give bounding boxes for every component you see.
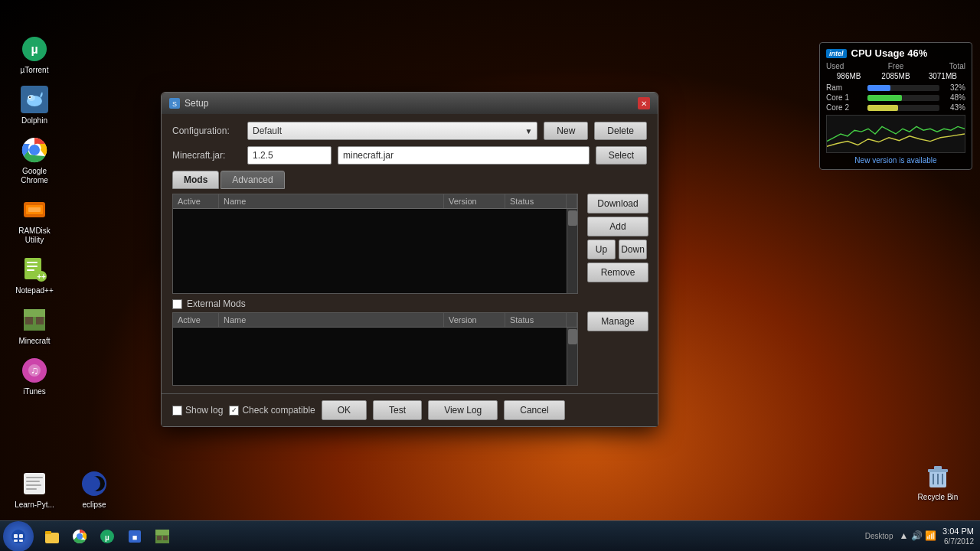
config-dropdown[interactable]: Default ▼ — [247, 122, 537, 140]
desktop-label: Desktop — [865, 532, 893, 540]
desktop-icon-notepadpp[interactable]: ++ Notepad++ — [8, 251, 61, 298]
svg-rect-46 — [19, 540, 23, 542]
intel-badge: intel — [826, 49, 847, 58]
mods-scrollbar[interactable] — [567, 209, 577, 293]
core1-bar-pct: 48% — [942, 93, 965, 102]
tab-advanced[interactable]: Advanced — [220, 171, 284, 189]
svg-point-33 — [85, 476, 100, 491]
update-link[interactable]: New version is available — [826, 156, 965, 165]
desktop-icon-itunes[interactable]: ♫ iTunes — [8, 352, 61, 399]
dolphin-label: Dolphin — [21, 116, 47, 126]
core2-bar-track — [867, 105, 939, 111]
cancel-button[interactable]: Cancel — [504, 400, 564, 420]
svg-text:µ: µ — [31, 43, 38, 56]
jar-version-value: 1.2.5 — [253, 150, 273, 161]
show-log-checkbox[interactable] — [172, 406, 182, 416]
desktop-icon-recycle-bin[interactable]: Recycle Bin — [911, 458, 965, 505]
taskbar: µ ■ Desktop ▲ 🔊 📶 — [0, 520, 980, 551]
total-val: 3071MB — [920, 72, 965, 80]
action-buttons: Download Add Up Down Remove Manage — [587, 194, 647, 331]
delete-button[interactable]: Delete — [594, 122, 647, 140]
th-name: Name — [219, 194, 444, 208]
up-button[interactable]: Up — [587, 240, 616, 259]
desktop-icon-dolphin[interactable]: Dolphin — [8, 81, 61, 129]
used-label: Used — [826, 62, 871, 70]
learnpython-icon — [19, 468, 50, 499]
tab-mods[interactable]: Mods — [172, 171, 219, 189]
check-compatible-row: ✓ Check compatible — [229, 405, 315, 416]
test-button[interactable]: Test — [373, 400, 422, 420]
desktop-icon-chrome[interactable]: Google Chrome — [8, 132, 61, 188]
new-button[interactable]: New — [544, 122, 588, 140]
taskbar-minecraft[interactable] — [150, 524, 175, 549]
core2-bar-fill — [867, 105, 898, 111]
ext-scrollbar[interactable] — [567, 328, 577, 385]
jar-file-value: minecraft.jar — [343, 150, 394, 161]
minecraft-label: Minecraft — [18, 337, 50, 346]
ext-table-body[interactable] — [173, 328, 577, 385]
th-status: Status — [505, 194, 567, 208]
svg-text:■: ■ — [132, 533, 138, 542]
svg-text:µ: µ — [105, 533, 109, 542]
recycle-bin-label: Recycle Bin — [918, 493, 959, 502]
eclipse-label: eclipse — [82, 500, 106, 510]
svg-rect-21 — [25, 317, 33, 324]
check-compatible-checkbox[interactable]: ✓ — [229, 406, 239, 416]
svg-rect-56 — [155, 530, 169, 535]
notepadpp-label: Notepad++ — [15, 286, 54, 295]
svg-rect-30 — [26, 488, 37, 490]
select-button[interactable]: Select — [596, 146, 647, 165]
file-explorer-icon — [44, 528, 60, 545]
taskbar-chrome[interactable] — [67, 524, 92, 549]
ext-mods-checkbox[interactable] — [172, 299, 182, 309]
system-tray-icons: ▲ 🔊 📶 — [899, 530, 936, 541]
used-val: 986MB — [826, 72, 871, 80]
desktop-icon-utorrent[interactable]: µ µTorrent — [8, 31, 61, 78]
up-down-row: Up Down — [587, 240, 647, 259]
free-label: Free — [873, 62, 918, 70]
start-button[interactable] — [3, 521, 34, 552]
desktop-icon-learnpython[interactable]: Learn-Pyt... — [8, 465, 61, 513]
jar-label: Minecraft.jar: — [172, 150, 241, 161]
ram-bar-label: Ram — [826, 83, 864, 92]
svg-text:♫: ♫ — [31, 364, 39, 377]
config-value: Default — [253, 126, 282, 136]
recycle-bin-icon — [923, 461, 953, 491]
mods-table-content — [173, 209, 577, 293]
jar-version-input[interactable]: 1.2.5 — [247, 146, 332, 165]
jar-file-input[interactable]: minecraft.jar — [338, 146, 590, 165]
taskbar-file-explorer[interactable] — [40, 524, 64, 549]
view-log-button[interactable]: View Log — [428, 400, 498, 420]
mods-table-body[interactable] — [173, 209, 577, 293]
mods-scrollbar-thumb — [568, 210, 577, 226]
dialog-close-button[interactable]: ✕ — [638, 97, 650, 109]
notepadpp-icon: ++ — [19, 254, 50, 285]
svg-rect-26 — [24, 473, 45, 494]
config-label: Configuration: — [172, 126, 241, 136]
taskbar-item4[interactable]: ■ — [122, 524, 147, 549]
svg-rect-28 — [26, 481, 40, 482]
svg-rect-12 — [28, 207, 41, 212]
start-icon — [11, 529, 26, 544]
taskbar-utorrent-icon: µ — [99, 528, 116, 545]
taskbar-utorrent[interactable]: µ — [95, 524, 119, 549]
manage-button[interactable]: Manage — [587, 311, 648, 331]
desktop-icon-minecraft[interactable]: Minecraft — [8, 302, 61, 349]
core1-bar-track — [867, 95, 939, 101]
config-row: Configuration: Default ▼ New Delete — [172, 122, 647, 140]
dialog-titlebar: S Setup ✕ — [162, 93, 658, 114]
svg-rect-20 — [24, 309, 45, 317]
clock-time: 3:04 PM — [942, 526, 974, 536]
add-button[interactable]: Add — [587, 217, 648, 236]
taskbar-minecraft-icon — [154, 528, 171, 545]
desktop-icon-ramdisk[interactable]: RAMDisk Utility — [8, 191, 61, 248]
ok-button[interactable]: OK — [322, 400, 367, 420]
core1-bar-label: Core 1 — [826, 93, 864, 102]
desktop-icon-eclipse[interactable]: eclipse — [67, 465, 121, 513]
sidebar: µ µTorrent Dolphin — [8, 31, 61, 399]
dialog-right: Download Add Up Down Remove Manage — [578, 194, 647, 386]
down-button[interactable]: Down — [619, 240, 647, 259]
download-button[interactable]: Download — [587, 194, 648, 214]
remove-button[interactable]: Remove — [587, 262, 648, 282]
ext-table-header: Active Name Version Status — [173, 313, 577, 328]
